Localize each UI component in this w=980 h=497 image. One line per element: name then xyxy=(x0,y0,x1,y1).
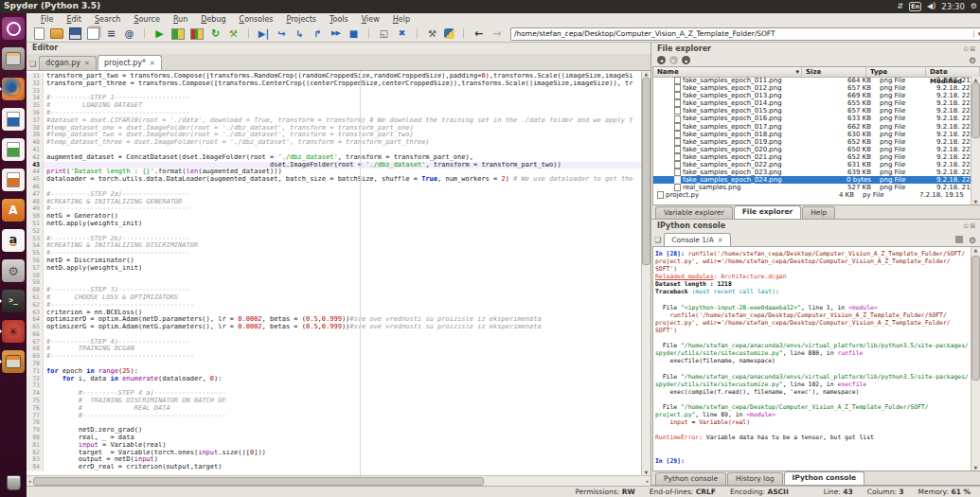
outline-explorer-icon[interactable]: ≡ xyxy=(105,27,117,40)
network-icon[interactable]: ⇵ xyxy=(897,0,903,13)
step-return-icon[interactable]: ↱ xyxy=(312,27,324,40)
editor-tab-project-py-[interactable]: project.py*✕ xyxy=(98,55,162,70)
run-config-icon[interactable]: ⚒ xyxy=(227,27,240,40)
symbol-finder-icon[interactable]: @ xyxy=(123,27,135,40)
debug-continue-icon[interactable]: ▶▶ xyxy=(330,27,342,40)
tab-close-icon[interactable]: ✕ xyxy=(84,60,90,67)
ubuntu-dash-icon[interactable] xyxy=(2,17,25,40)
scroll-down-icon[interactable]: ▼ xyxy=(974,199,978,204)
menu-item-help[interactable]: Help xyxy=(386,13,417,26)
vscrollbar-thumb[interactable] xyxy=(971,82,980,138)
scroll-up-icon[interactable]: ▲ xyxy=(645,71,649,77)
back-icon[interactable]: ← xyxy=(472,27,485,40)
file-row[interactable]: fake_samples_epoch_013.png669 KBpng File… xyxy=(653,92,971,99)
file-row[interactable]: fake_samples_epoch_012.png657 KBpng File… xyxy=(653,84,971,92)
column-header-date[interactable]: Date Modified xyxy=(926,67,980,77)
maximize-pane-icon[interactable]: ◱ xyxy=(378,27,390,40)
forward-icon[interactable]: → xyxy=(490,27,503,40)
previous-directory-icon[interactable]: ◂ xyxy=(657,56,666,64)
new-file-icon[interactable] xyxy=(34,27,45,40)
hscrollbar-thumb[interactable] xyxy=(33,477,484,486)
explorer-vscrollbar[interactable]: ▲ ▼ xyxy=(971,77,980,204)
menu-item-view[interactable]: View xyxy=(355,13,386,26)
console-vscrollbar[interactable]: ▲ ▼ xyxy=(971,247,980,470)
explorer-options-icon[interactable]: ⚙ xyxy=(969,56,976,65)
menu-item-source[interactable]: Source xyxy=(127,13,166,26)
run-icon[interactable]: ▶ xyxy=(153,27,166,40)
file-row[interactable]: fake_samples_epoch_022.png631 KBpng File… xyxy=(653,161,971,169)
ubuntu-software-icon[interactable]: A xyxy=(2,199,25,222)
file-row[interactable]: fake_samples_epoch_023.png639 KBpng File… xyxy=(653,169,971,176)
debug-stop-icon[interactable]: ■ xyxy=(347,27,360,40)
tab-history-log[interactable]: History log xyxy=(727,472,783,485)
close-panel-icon[interactable]: ⊠ xyxy=(970,222,976,230)
scroll-right-icon[interactable]: ▸ xyxy=(646,478,649,484)
menu-item-consoles[interactable]: Consoles xyxy=(233,13,280,26)
tab-close-icon[interactable]: ✕ xyxy=(150,60,155,67)
libreoffice-writer-icon[interactable] xyxy=(2,108,25,131)
tab-file-explorer[interactable]: File explorer xyxy=(734,205,801,219)
spyder-icon[interactable]: ✳ xyxy=(2,320,25,343)
close-panel-icon[interactable]: ⊠ xyxy=(970,45,976,53)
trash-icon[interactable] xyxy=(2,471,25,494)
file-row[interactable]: fake_samples_epoch_017.png662 KBpng File… xyxy=(653,123,971,131)
firefox-icon[interactable] xyxy=(2,78,25,100)
file-row[interactable]: fake_samples_epoch_018.png630 KBpng File… xyxy=(653,131,971,138)
menu-item-debug[interactable]: Debug xyxy=(194,13,232,26)
clock[interactable]: 23:30 xyxy=(941,0,965,13)
browse-tabs-icon[interactable]: ❏ xyxy=(29,60,36,68)
browse-tabs-icon[interactable]: ❏ xyxy=(654,236,661,244)
menu-item-file[interactable]: File xyxy=(34,13,60,26)
editor-tab-dcgan-py[interactable]: dcgan.py✕ xyxy=(39,56,97,70)
fullscreen-icon[interactable]: ✖ xyxy=(396,27,408,40)
file-row[interactable]: fake_samples_epoch_024.png0 bytespng Fil… xyxy=(653,176,971,184)
libreoffice-impress-icon[interactable] xyxy=(2,169,25,191)
code-area[interactable]: 31transform_part_two = transforms.Compos… xyxy=(27,71,650,475)
file-row[interactable]: fake_samples_epoch_015.png657 KBpng File… xyxy=(653,107,971,115)
menu-item-run[interactable]: Run xyxy=(167,13,194,26)
run-cell-advance-icon[interactable] xyxy=(190,28,204,40)
terminal-icon[interactable]: >_ xyxy=(2,290,25,312)
open-file-icon[interactable] xyxy=(50,28,63,39)
interrupt-kernel-icon[interactable] xyxy=(955,236,963,243)
tab-python-console[interactable]: Python console xyxy=(655,472,726,485)
file-row[interactable]: fake_samples_epoch_011.png664 KBpng File… xyxy=(653,77,971,84)
system-settings-icon[interactable]: ⚙ xyxy=(2,259,25,282)
libreoffice-calc-icon[interactable] xyxy=(2,138,25,161)
tab-help[interactable]: Help xyxy=(802,206,835,219)
session-gear-icon[interactable]: ⚙ xyxy=(971,0,977,13)
menu-item-search[interactable]: Search xyxy=(88,13,127,26)
working-directory-combo[interactable]: /home/stefan_cepa/Desktop/Computer_Visio… xyxy=(510,27,980,41)
column-header-type[interactable]: Type xyxy=(866,67,926,77)
file-row[interactable]: fake_samples_epoch_014.png655 KBpng File… xyxy=(653,99,971,107)
editor-vscrollbar[interactable]: ▲ ▼ xyxy=(641,71,650,475)
file-row[interactable]: fake_samples_epoch_021.png652 KBpng File… xyxy=(653,153,971,161)
console-options-icon[interactable]: ⚙ xyxy=(969,236,976,245)
vscrollbar-thumb[interactable] xyxy=(971,256,980,381)
save-icon[interactable] xyxy=(69,27,81,40)
step-over-icon[interactable]: ↪ xyxy=(276,27,288,40)
column-header-name[interactable]: Name▾ xyxy=(653,67,802,77)
console-tab[interactable]: Console 1/A ✕ xyxy=(664,233,730,246)
menu-item-projects[interactable]: Projects xyxy=(279,13,323,26)
file-row[interactable]: fake_samples_epoch_020.png650 KBpng File… xyxy=(653,146,971,153)
python-env-icon[interactable] xyxy=(444,28,454,39)
menu-item-edit[interactable]: Edit xyxy=(60,13,88,26)
parent-folder-icon[interactable]: ▴ xyxy=(682,56,690,64)
vscrollbar-thumb[interactable] xyxy=(642,78,650,265)
editor-hscrollbar[interactable]: ◂ ▸ xyxy=(27,475,650,486)
scroll-down-icon[interactable]: ▼ xyxy=(974,465,978,470)
file-row[interactable]: real_samples.png527 KBpng File9.2.18. 21… xyxy=(653,184,971,191)
tab-close-icon[interactable]: ✕ xyxy=(718,237,723,244)
scroll-up-icon[interactable]: ▲ xyxy=(974,247,978,253)
save-all-icon[interactable] xyxy=(87,27,99,40)
files-icon[interactable] xyxy=(2,47,25,70)
rerun-icon[interactable]: ↻ xyxy=(209,27,222,40)
file-row[interactable]: project.py4 KBpy File7.2.18. 19.15 xyxy=(653,191,971,199)
next-directory-icon[interactable]: ▸ xyxy=(669,56,678,64)
tab-variable-explorer[interactable]: Variable explorer xyxy=(655,206,733,219)
file-row[interactable]: fake_samples_epoch_016.png633 KBpng File… xyxy=(653,115,971,122)
path-dropdown-icon[interactable]: ▾ xyxy=(973,30,980,38)
volume-icon[interactable]: ◀) xyxy=(927,0,935,13)
scroll-up-icon[interactable]: ▲ xyxy=(974,77,978,82)
